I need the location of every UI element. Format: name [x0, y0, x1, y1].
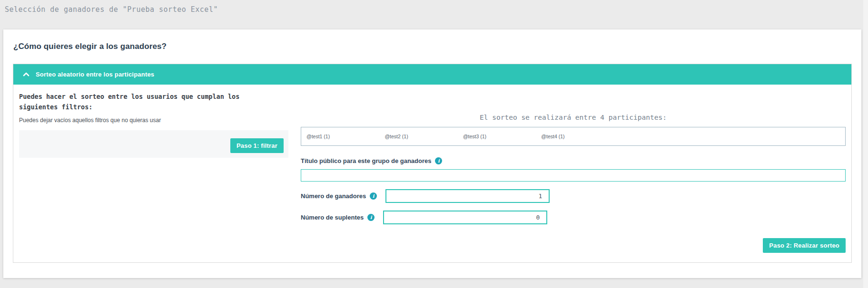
- winners-row: Número de ganadores i: [301, 189, 846, 203]
- filters-empty-box: Paso 1: filtrar: [19, 130, 288, 158]
- draw-column: El sorteo se realizará entre 4 participa…: [301, 92, 846, 253]
- page-header: Selección de ganadores de "Prueba sorteo…: [0, 0, 868, 29]
- participant-item: @test2 (1): [385, 134, 461, 139]
- public-title-label: Título público para este grupo de ganado…: [301, 157, 431, 164]
- winner-selection-card: ¿Cómo quieres elegir a los ganadores? So…: [3, 29, 861, 278]
- filters-hint-text: Puedes dejar vacíos aquellos filtros que…: [19, 117, 288, 124]
- participant-item: @test3 (1): [463, 134, 539, 139]
- winners-count-input[interactable]: [385, 189, 550, 203]
- substitutes-label: Número de suplentes: [301, 214, 364, 221]
- step1-filter-button[interactable]: Paso 1: filtrar: [230, 138, 284, 153]
- step2-row: Paso 2: Realizar sorteo: [301, 238, 846, 253]
- random-draw-panel: Sorteo aleatorio entre los participantes…: [13, 64, 852, 263]
- participant-item: @test4 (1): [541, 134, 617, 139]
- chevron-up-icon: [23, 72, 30, 77]
- filters-column: Puedes hacer el sorteo entre los usuario…: [19, 92, 288, 253]
- info-icon[interactable]: i: [435, 157, 442, 164]
- random-draw-panel-header[interactable]: Sorteo aleatorio entre los participantes: [13, 64, 851, 85]
- filters-intro-text: Puedes hacer el sorteo entre los usuario…: [19, 92, 247, 112]
- substitutes-row: Número de suplentes i: [301, 211, 846, 224]
- random-draw-panel-title: Sorteo aleatorio entre los participantes: [36, 71, 154, 78]
- public-title-label-row: Título público para este grupo de ganado…: [301, 157, 846, 164]
- public-title-input[interactable]: [301, 169, 846, 182]
- question-title: ¿Cómo quieres elegir a los ganadores?: [13, 42, 852, 51]
- winners-label-row: Número de ganadores i: [301, 192, 377, 200]
- substitutes-label-row: Número de suplentes i: [301, 214, 375, 221]
- participants-heading: El sorteo se realizará entre 4 participa…: [301, 114, 846, 121]
- random-draw-panel-body: Puedes hacer el sorteo entre los usuario…: [13, 85, 851, 262]
- info-icon[interactable]: i: [370, 192, 377, 200]
- winners-label: Número de ganadores: [301, 192, 366, 200]
- step2-run-draw-button[interactable]: Paso 2: Realizar sorteo: [763, 238, 846, 253]
- page-title: Selección de ganadores de "Prueba sorteo…: [5, 5, 218, 14]
- info-icon[interactable]: i: [367, 214, 375, 221]
- substitutes-count-input[interactable]: [383, 211, 547, 224]
- vertical-scrollbar-track[interactable]: [863, 0, 868, 288]
- participants-box: @test1 (1) @test2 (1) @test3 (1) @test4 …: [301, 127, 846, 146]
- participant-item: @test1 (1): [306, 134, 383, 139]
